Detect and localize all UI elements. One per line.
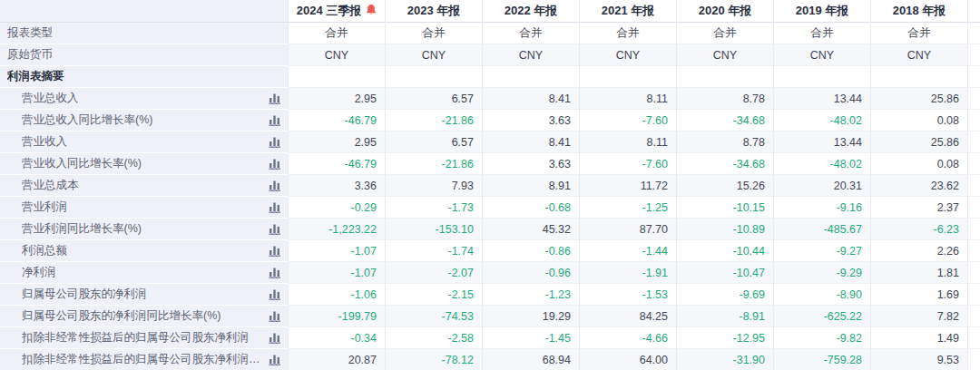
cell-value: -34.68 — [677, 153, 774, 175]
row-label-cell: 原始货币 — [0, 44, 289, 66]
row-spacer-cell — [968, 23, 980, 44]
cell-value: -46.79 — [289, 110, 386, 131]
cell-value: 2.37 — [871, 197, 968, 219]
column-header-2022: 2022 年报 — [483, 0, 580, 23]
bar-chart-icon[interactable] — [266, 135, 284, 150]
cell-value: 23.62 — [871, 175, 968, 197]
row-spacer-cell — [968, 88, 980, 110]
row-label: 扣除非经常性损益后的归属母公司股东净利润同比增... — [22, 352, 266, 367]
cell-value: 13.44 — [774, 131, 871, 153]
row-label-cell: 营业总成本 — [0, 175, 289, 197]
table-row: 营业收入2.956.578.418.118.7813.4425.86 — [0, 131, 980, 153]
row-spacer-cell — [968, 262, 980, 284]
bar-chart-icon[interactable] — [266, 179, 284, 193]
financial-report-table: 2024 三季报2023 年报2022 年报2021 年报2020 年报2019… — [0, 0, 980, 370]
row-label: 净利润 — [22, 265, 266, 280]
table-row: 营业利润-0.29-1.73-0.68-1.25-10.15-9.162.37 — [0, 197, 980, 219]
bar-chart-icon[interactable] — [266, 244, 284, 258]
column-header-2019: 2019 年报 — [774, 0, 871, 23]
cell-value: -21.86 — [386, 153, 483, 175]
bar-chart-icon[interactable] — [266, 309, 284, 324]
cell-value: 45.32 — [483, 219, 580, 240]
bar-chart-icon[interactable] — [266, 331, 284, 346]
bar-chart-icon[interactable] — [266, 92, 284, 106]
cell-value: 1.49 — [871, 327, 968, 349]
header-row: 2024 三季报2023 年报2022 年报2021 年报2020 年报2019… — [0, 0, 980, 23]
cell-value: -12.95 — [677, 327, 774, 349]
cell-value: 2.95 — [289, 88, 386, 110]
row-label-cell: 营业利润 — [0, 197, 289, 219]
cell-value: -78.12 — [386, 349, 483, 370]
cell-value: CNY — [774, 44, 871, 66]
cell-value: -0.34 — [289, 327, 386, 349]
column-header-2023: 2023 年报 — [386, 0, 483, 23]
alert-bell-icon[interactable] — [366, 4, 377, 18]
row-spacer-cell — [968, 110, 980, 131]
cell-value: -10.44 — [677, 240, 774, 262]
column-header-label: 2021 年报 — [602, 3, 655, 19]
row-label-cell: 利润总额 — [0, 240, 289, 262]
cell-value: 9.53 — [871, 349, 968, 370]
row-label-cell: 营业总收入 — [0, 88, 289, 110]
cell-value: -485.67 — [774, 219, 871, 240]
cell-value: 合并 — [774, 23, 871, 44]
row-label-cell: 营业收入同比增长率(%) — [0, 153, 289, 175]
table-row: 营业收入同比增长率(%)-46.79-21.863.63-7.60-34.68-… — [0, 153, 980, 175]
column-header-label: 2024 三季报 — [297, 3, 362, 19]
row-label-cell: 利润表摘要 — [0, 66, 289, 88]
bar-chart-icon[interactable] — [266, 353, 284, 367]
cell-value: -9.82 — [774, 327, 871, 349]
cell-value: 20.87 — [289, 349, 386, 370]
row-spacer-cell — [968, 349, 980, 370]
cell-value — [289, 66, 386, 88]
bar-chart-icon[interactable] — [266, 287, 284, 302]
bar-chart-icon[interactable] — [266, 113, 284, 128]
row-label: 利润总额 — [22, 243, 266, 258]
cell-value: 25.86 — [871, 88, 968, 110]
cell-value: 64.00 — [580, 349, 677, 370]
cell-value: 8.91 — [483, 175, 580, 197]
cell-value: 1.81 — [871, 262, 968, 284]
cell-value: 8.41 — [483, 131, 580, 153]
cell-value — [774, 66, 871, 88]
cell-value: 8.78 — [677, 131, 774, 153]
bar-chart-icon[interactable] — [266, 157, 284, 171]
cell-value: -1.06 — [289, 284, 386, 306]
row-spacer-cell — [968, 197, 980, 219]
table-row: 营业总成本3.367.938.9111.7215.2620.3123.62 — [0, 175, 980, 197]
cell-value: -2.58 — [386, 327, 483, 349]
cell-value: -10.15 — [677, 197, 774, 219]
table-body: 报表类型合并合并合并合并合并合并合并原始货币CNYCNYCNYCNYCNYCNY… — [0, 23, 980, 370]
column-header-label: 2023 年报 — [407, 3, 461, 19]
cell-value: 合并 — [871, 23, 968, 44]
cell-value: 11.72 — [580, 175, 677, 197]
cell-value: CNY — [677, 44, 774, 66]
cell-value: 0.08 — [871, 110, 968, 131]
cell-value: 1.69 — [871, 284, 968, 306]
row-label-cell: 净利润 — [0, 262, 289, 284]
cell-value: -9.16 — [774, 197, 871, 219]
bar-chart-icon[interactable] — [266, 222, 284, 237]
row-label-cell: 归属母公司股东的净利润同比增长率(%) — [0, 306, 289, 327]
cell-value: -1.44 — [580, 240, 677, 262]
cell-value: CNY — [483, 44, 580, 66]
column-header-label: 2020 年报 — [699, 3, 752, 19]
table-row: 归属母公司股东的净利润同比增长率(%)-199.79-74.5319.2984.… — [0, 306, 980, 327]
cell-value — [580, 66, 677, 88]
cell-value: -1.23 — [483, 284, 580, 306]
cell-value: -1.53 — [580, 284, 677, 306]
row-spacer-cell — [968, 153, 980, 175]
cell-value: -9.27 — [774, 240, 871, 262]
row-label: 扣除非经常性损益后的归属母公司股东净利润 — [22, 330, 266, 346]
bar-chart-icon[interactable] — [266, 200, 284, 215]
row-label: 营业总成本 — [22, 178, 266, 193]
cell-value: -1.07 — [289, 240, 386, 262]
cell-value: -625.22 — [774, 306, 871, 327]
row-spacer-cell — [968, 240, 980, 262]
cell-value: -6.23 — [871, 219, 968, 240]
cell-value: 20.31 — [774, 175, 871, 197]
table-row: 净利润-1.07-2.07-0.96-1.91-10.47-9.291.81 — [0, 262, 980, 284]
row-spacer-cell — [968, 131, 980, 153]
bar-chart-icon[interactable] — [266, 266, 284, 280]
table-row: 报表类型合并合并合并合并合并合并合并 — [0, 23, 980, 44]
